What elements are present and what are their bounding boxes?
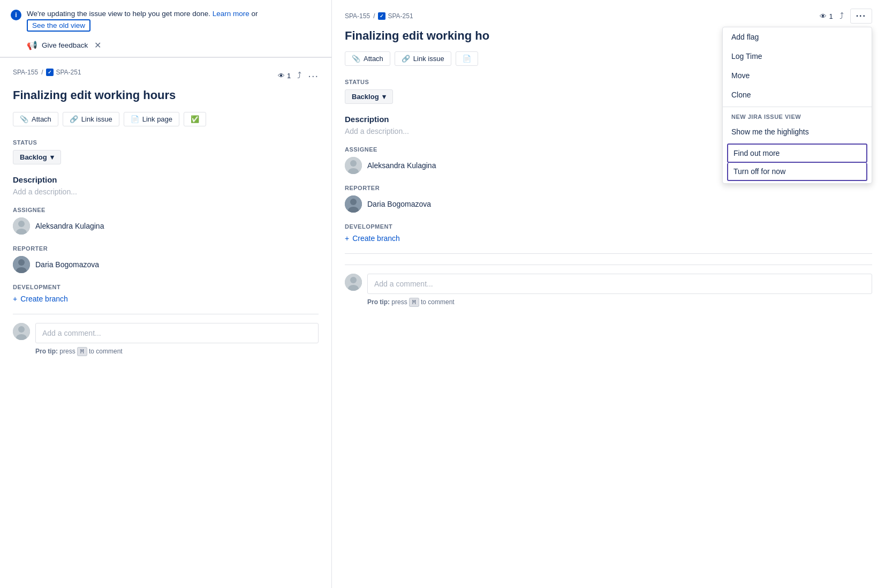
right-header: SPA-155 / SPA-251 👁 1 ⤴ ··· [332, 0, 885, 24]
status-value: Backlog [20, 153, 47, 161]
right-eye-icon: 👁 [820, 12, 827, 20]
page-icon: 📄 [131, 115, 139, 123]
update-banner: i We're updating the issue view to help … [0, 0, 331, 57]
right-breadcrumb: SPA-155 / SPA-251 [345, 12, 413, 20]
find-out-more-item[interactable]: Find out more [727, 144, 867, 163]
move-item[interactable]: Move [723, 66, 872, 85]
right-attach-button[interactable]: 📎 Attach [345, 51, 390, 66]
right-reporter-name: Daria Bogomazova [367, 200, 431, 208]
close-banner-button[interactable]: ✕ [92, 40, 103, 50]
give-feedback-label: Give feedback [42, 41, 88, 49]
info-icon: i [11, 10, 21, 20]
action-buttons: 📎 Attach 🔗 Link issue 📄 Link page ✅ [13, 112, 319, 126]
pro-tip: Pro tip: press M to comment [13, 348, 319, 355]
right-assignee-avatar [345, 157, 362, 174]
status-label: STATUS [13, 139, 319, 146]
link-issue-button[interactable]: 🔗 Link issue [63, 112, 119, 126]
update-text: We're updating the issue view to help yo… [27, 9, 321, 32]
description-title: Description [13, 175, 319, 184]
create-branch-button[interactable]: + Create branch [13, 295, 319, 303]
see-old-view-button[interactable]: See the old view [27, 19, 90, 32]
right-plus-icon: + [345, 234, 349, 243]
svg-point-1 [18, 221, 25, 227]
right-status-value: Backlog [352, 93, 379, 101]
description-section: Description Add a description... [13, 175, 319, 196]
reporter-label: REPORTER [13, 245, 319, 252]
reporter-row: Daria Bogomazova [13, 256, 319, 273]
right-development-label: DEVELOPMENT [345, 223, 872, 230]
right-reporter-label: REPORTER [345, 185, 872, 191]
eye-icon: 👁 [278, 72, 285, 80]
right-more-options-button[interactable]: ··· [850, 9, 872, 24]
svg-point-7 [18, 326, 25, 333]
svg-point-4 [18, 259, 25, 266]
learn-more-link[interactable]: Learn more [213, 10, 249, 18]
show-highlights-item[interactable]: Show me the highlights [723, 122, 872, 141]
watch-number: 1 [287, 72, 291, 80]
shortcut-key: M [77, 347, 87, 356]
assignee-row: Aleksandra Kulagina [13, 217, 319, 235]
issue-type-icon [46, 69, 54, 76]
right-reporter-section: REPORTER Daria Bogomazova [345, 185, 872, 213]
parent-link[interactable]: SPA-155 [13, 69, 38, 76]
mark-done-button[interactable]: ✅ [184, 112, 206, 126]
right-reporter-row: Daria Bogomazova [345, 195, 872, 213]
assignee-label: ASSIGNEE [13, 207, 319, 213]
issue-badge: SPA-251 [46, 69, 81, 76]
svg-point-16 [350, 277, 357, 283]
turn-off-item[interactable]: Turn off for now [727, 163, 867, 181]
right-issue-type-icon [378, 12, 385, 20]
right-divider [345, 253, 872, 254]
add-flag-item[interactable]: Add flag [723, 27, 872, 47]
comment-input[interactable]: Add a comment... [35, 323, 319, 343]
plus-icon: + [13, 295, 17, 303]
reporter-section: REPORTER Daria Bogomazova [13, 245, 319, 273]
watch-count: 👁 1 [278, 72, 291, 80]
right-link-icon: 🔗 [402, 55, 410, 63]
breadcrumb-separator: / [41, 69, 43, 76]
link-page-button[interactable]: 📄 Link page [124, 112, 179, 126]
issue-meta-right: 👁 1 ⤴ ··· [278, 70, 319, 82]
breadcrumb: SPA-155 / SPA-251 [13, 69, 81, 76]
issue-title: Finalizing edit working hours [13, 88, 319, 103]
right-comment-input[interactable]: Add a comment... [367, 274, 872, 294]
more-options-button[interactable]: ··· [308, 70, 319, 82]
dropdown-menu: Add flag Log Time Move Clone NEW JIRA IS… [722, 27, 872, 184]
assignee-avatar [13, 217, 30, 235]
checkmark-icon: ✅ [191, 115, 199, 123]
right-panel: SPA-155 / SPA-251 👁 1 ⤴ ··· Finalizing e… [332, 0, 885, 588]
right-watch-number: 1 [829, 12, 833, 20]
right-parent-link[interactable]: SPA-155 [345, 12, 370, 20]
attach-button[interactable]: 📎 Attach [13, 112, 58, 126]
right-create-branch-button[interactable]: + Create branch [345, 234, 872, 243]
right-assignee-name: Aleksandra Kulagina [367, 161, 436, 170]
comment-avatar [13, 323, 30, 340]
right-share-icon[interactable]: ⤴ [839, 11, 844, 21]
breadcrumb-row: SPA-155 / SPA-251 👁 1 ⤴ ··· [13, 69, 319, 82]
right-current-issue-id: SPA-251 [388, 12, 413, 20]
reporter-name: Daria Bogomazova [35, 260, 99, 269]
description-placeholder[interactable]: Add a description... [13, 187, 319, 196]
right-breadcrumb-sep: / [373, 12, 375, 20]
svg-point-10 [350, 160, 357, 167]
right-title: Finalizing edit working ho [332, 24, 600, 51]
right-link-page-button[interactable]: 📄 [456, 51, 478, 66]
issue-panel: SPA-155 / SPA-251 👁 1 ⤴ ··· Finalizing e… [0, 58, 331, 366]
current-issue-id: SPA-251 [56, 69, 81, 76]
right-page-icon: 📄 [463, 55, 471, 63]
right-reporter-avatar [345, 195, 362, 213]
right-pro-tip: Pro tip: press M to comment [345, 298, 872, 306]
status-dropdown[interactable]: Backlog ▾ [13, 150, 61, 164]
link-icon: 🔗 [70, 115, 78, 123]
assignee-name: Aleksandra Kulagina [35, 222, 104, 230]
dropdown-divider [723, 107, 872, 107]
log-time-item[interactable]: Log Time [723, 47, 872, 66]
clone-item[interactable]: Clone [723, 85, 872, 104]
svg-point-13 [350, 199, 357, 205]
right-status-dropdown[interactable]: Backlog ▾ [345, 89, 393, 104]
share-icon[interactable]: ⤴ [297, 71, 301, 80]
right-link-issue-button[interactable]: 🔗 Link issue [395, 51, 451, 66]
right-comment-avatar [345, 274, 362, 291]
right-header-actions: 👁 1 ⤴ ··· [820, 9, 872, 24]
assignee-section: ASSIGNEE Aleksandra Kulagina [13, 207, 319, 235]
